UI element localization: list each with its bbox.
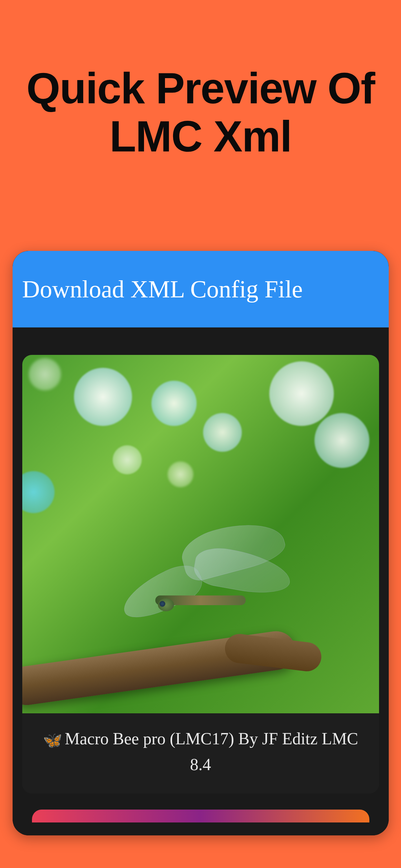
dragonfly-eye bbox=[159, 601, 165, 607]
bokeh-circle bbox=[167, 461, 193, 487]
page-title: Quick Preview Of LMC Xml bbox=[0, 0, 401, 160]
branch-shape bbox=[22, 629, 298, 708]
content-area: 🦋Macro Bee pro (LMC17) By JF Editz LMC 8… bbox=[12, 328, 389, 835]
bokeh-circle bbox=[151, 381, 197, 426]
app-header: Download XML Config File bbox=[12, 251, 389, 328]
dragonfly-head bbox=[158, 598, 174, 611]
bokeh-circle bbox=[314, 413, 369, 468]
bokeh-circle bbox=[203, 413, 242, 452]
bokeh-circle bbox=[29, 358, 61, 391]
bokeh-circle bbox=[74, 368, 132, 426]
item-caption: 🦋Macro Bee pro (LMC17) By JF Editz LMC 8… bbox=[22, 713, 379, 794]
bokeh-circle bbox=[22, 471, 55, 513]
phone-preview-card: Download XML Config File bbox=[12, 251, 389, 835]
next-item-peek[interactable] bbox=[32, 810, 369, 823]
app-header-title: Download XML Config File bbox=[22, 275, 303, 303]
item-caption-text: Macro Bee pro (LMC17) By JF Editz LMC 8.… bbox=[65, 730, 358, 774]
dragonfly-shape bbox=[104, 532, 297, 629]
bokeh-circle bbox=[269, 361, 334, 426]
wing-shape bbox=[116, 558, 207, 626]
bokeh-circle bbox=[113, 445, 142, 474]
config-item-card[interactable]: 🦋Macro Bee pro (LMC17) By JF Editz LMC 8… bbox=[22, 355, 379, 794]
preview-image bbox=[22, 355, 379, 713]
butterfly-icon: 🦋 bbox=[43, 729, 62, 752]
